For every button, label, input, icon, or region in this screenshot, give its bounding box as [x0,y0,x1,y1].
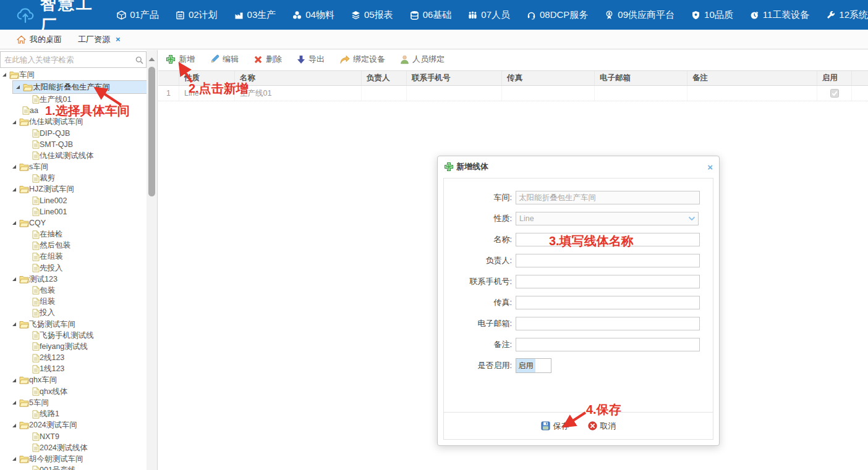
tree-node[interactable]: 1线123 [32,364,147,375]
nav-item-06基础[interactable]: 06基础 [410,9,452,21]
tree-node[interactable]: 测试123 [12,274,147,285]
cloud-logo-icon [16,7,35,23]
nav-item-05报表[interactable]: 05报表 [351,9,393,21]
save-button[interactable]: 保存 [541,421,569,432]
tree-node[interactable]: HJZ测试车间 [12,184,147,195]
tree-node[interactable]: qhx线体 [32,386,147,397]
tree-node[interactable]: 线路1 [32,408,147,419]
tree-node[interactable]: Line001 [32,206,147,217]
tree-scrollbar[interactable] [147,50,157,470]
dialog-close-icon[interactable]: × [707,162,713,172]
tree-node[interactable]: 先投入 [32,262,147,274]
scrollbar-thumb[interactable] [148,67,155,196]
nav-item-02计划[interactable]: 02计划 [176,9,218,21]
nav-item-09供应商平台[interactable]: 09供应商平台 [605,9,674,21]
column-header-label: 启用 [822,73,838,83]
tree-node[interactable]: NXT9 [32,431,147,442]
column-header[interactable]: 传真 [502,71,595,85]
toolbar-button-导出[interactable]: 导出 [297,54,325,65]
tree-node[interactable]: s车间 [12,161,147,172]
tree-node[interactable]: 飞扬测试车间 [12,319,147,330]
column-header[interactable]: 名称 [235,71,362,85]
tab-factory-resources[interactable]: 工厂资源 × [70,30,129,49]
nav-item-10品质[interactable]: 10品质 [691,9,733,21]
tree-node[interactable]: 组装 [32,296,147,308]
tree-expand-icon[interactable] [12,457,16,461]
tree-node[interactable]: Line002 [32,195,147,206]
tree-node[interactable]: CQY [12,217,147,229]
dialog-title: 新增线体 [456,161,488,172]
nav-item-04物料[interactable]: 04物料 [292,9,334,21]
tree-expand-icon[interactable] [12,424,16,427]
tree-expand-icon[interactable] [12,188,16,191]
field-input-7[interactable] [516,338,700,351]
file-icon [32,331,40,340]
tree-node[interactable]: SMT-QJB [32,139,147,150]
nav-item-07人员[interactable]: 07人员 [468,9,510,21]
nav-item-01产品[interactable]: 01产品 [117,9,159,21]
field-input-3[interactable] [516,254,700,267]
tree-node[interactable]: 裁剪 [32,173,147,184]
table-row[interactable]: 1Line生产线01 [158,86,868,101]
tree-node[interactable]: 车间 [2,69,147,80]
field-label: 性质: [444,213,512,224]
nav-item-11工装设备[interactable]: 11工装设备 [750,9,810,21]
tree-expand-icon[interactable] [12,379,16,382]
tree-expand-icon[interactable] [2,73,6,77]
nav-item-12系统[interactable]: 12系统 [826,9,868,21]
tree-search-input[interactable] [0,51,147,68]
tab-my-desktop[interactable]: 我的桌面 [9,30,70,49]
toolbar-button-删除[interactable]: 删除 [253,54,282,65]
nav-item-03生产[interactable]: 03生产 [234,9,276,21]
column-header[interactable]: 负责人 [362,71,407,85]
tree-node[interactable]: 太阳能折叠包生产车间 [12,80,147,94]
tree-node[interactable]: 001号产线 [32,464,147,470]
tree-node[interactable]: qhx车间 [12,375,147,386]
tree-node[interactable]: 2线123 [32,353,147,364]
field-input-4[interactable] [516,275,700,288]
cancel-button[interactable]: 取消 [588,421,616,432]
nav-item-08DCP服务[interactable]: 08DCP服务 [527,9,588,21]
tree-node[interactable]: feiyang测试线 [32,341,147,352]
tree-node-label: 飞扬手机测试线 [40,330,94,341]
tree-expand-icon[interactable] [12,165,16,169]
tree-node[interactable]: 然后包装 [32,240,147,251]
toolbar-button-编辑[interactable]: 编辑 [210,54,239,65]
field-input-6[interactable] [516,317,700,330]
toolbar-button-人员绑定[interactable]: 人员绑定 [400,54,445,65]
toolbar-button-绑定设备[interactable]: 绑定设备 [339,54,385,65]
table-cell-enabled [817,86,852,101]
column-header[interactable]: 电子邮箱 [595,71,687,85]
tree-node[interactable]: 5车间 [12,397,147,408]
tree-expand-icon[interactable] [12,277,16,281]
column-header[interactable]: 备注 [687,71,817,85]
tree-node[interactable]: 胡今朝测试车间 [12,453,147,464]
column-header[interactable] [158,71,179,85]
column-header[interactable]: 联系手机号 [407,71,502,85]
tree-expand-icon[interactable] [12,322,16,326]
base-icon [410,10,419,20]
tree-node-label: 组装 [40,296,55,307]
tree-node[interactable]: 2024测试车间 [12,420,147,431]
tree-node[interactable]: 在组装 [32,251,147,262]
tree-node[interactable]: 包装 [32,285,147,296]
tree-node[interactable]: 仇佳斌测试线体 [32,150,147,161]
tree-node[interactable]: 飞扬手机测试线 [32,330,147,341]
tree-node[interactable]: 在抽检 [32,229,147,240]
tab-close-icon[interactable]: × [116,35,121,44]
home-icon [17,35,26,44]
column-header[interactable]: 启用 [817,71,852,85]
tree-expand-icon[interactable] [12,401,16,405]
toolbar-button-新增[interactable]: 新增 [166,54,195,65]
tree-expand-icon[interactable] [12,221,16,225]
tree-expand-icon[interactable] [12,120,16,124]
tree-node[interactable]: DIP-QJB [32,128,147,139]
tree-node[interactable]: 投入 [32,308,147,319]
scroll-up-icon[interactable] [148,53,155,64]
new-line-dialog: 新增线体 × 车间:性质:Line名称:负责人:联系手机号:传真:电子邮箱:备注… [437,156,720,446]
field-label: 是否启用: [444,360,512,371]
field-input-5[interactable] [516,296,700,309]
enable-toggle[interactable]: 启用 [516,358,551,373]
tree-node[interactable]: 2024测试线体 [32,442,147,453]
tree-expand-icon[interactable] [16,85,20,89]
